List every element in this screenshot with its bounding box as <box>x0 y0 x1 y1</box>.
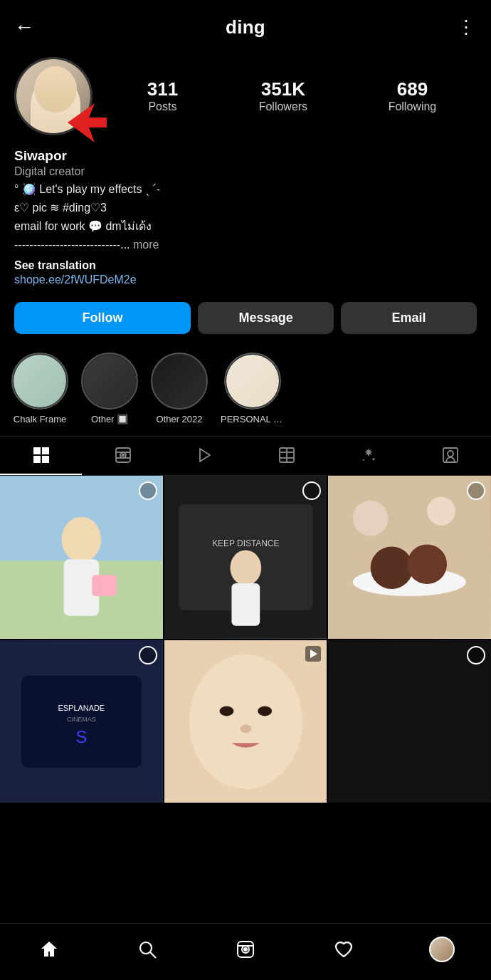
posts-count: 311 <box>147 79 178 100</box>
action-buttons: Follow Message Email <box>0 293 491 345</box>
bio-line-1: ° 🪩 Let's play my effects ˎˊ˗ <box>14 181 477 198</box>
svg-point-19 <box>61 517 101 563</box>
svg-text:CINEMAS: CINEMAS <box>67 716 96 723</box>
profile-header: 311 Posts 351K Followers 689 Following <box>0 50 491 145</box>
video-icon-5 <box>305 646 321 664</box>
nav-profile[interactable] <box>424 932 460 967</box>
following-label: Following <box>389 100 437 113</box>
svg-rect-26 <box>231 583 260 626</box>
svg-text:ESPLANADE: ESPLANADE <box>58 704 105 712</box>
svg-text:KEEP DISTANCE: KEEP DISTANCE <box>212 538 279 548</box>
stat-followers[interactable]: 351K Followers <box>259 79 307 114</box>
svg-point-39 <box>189 655 302 789</box>
tab-play[interactable] <box>164 437 246 475</box>
svg-point-7 <box>122 454 124 457</box>
svg-rect-2 <box>42 447 49 454</box>
svg-marker-10 <box>200 449 210 462</box>
grid-cell-6[interactable] <box>328 640 491 803</box>
tab-collab[interactable] <box>246 437 327 475</box>
nav-reels[interactable] <box>228 932 263 967</box>
avatar-wrap[interactable] <box>14 57 93 135</box>
highlight-label-chalk: Chalk Frame <box>14 414 66 424</box>
bio-line-2: ε♡ pic ≋ #ding♡3 <box>14 199 477 217</box>
following-count: 689 <box>397 79 428 100</box>
back-button[interactable]: ← <box>14 16 34 38</box>
svg-point-46 <box>140 942 152 954</box>
svg-rect-45 <box>328 640 491 803</box>
follow-button[interactable]: Follow <box>14 302 191 334</box>
highlight-label-other: Other 🔲 <box>91 414 128 424</box>
posts-label: Posts <box>148 100 176 113</box>
select-icon-4 <box>139 646 157 664</box>
svg-point-16 <box>448 451 453 457</box>
grid-cell-4[interactable]: ESPLANADE CINEMAS S <box>0 640 163 803</box>
bio-line-3: email for work 💬 dmไม่เด้ง <box>14 218 477 235</box>
bio-category: Digital creator <box>14 165 477 178</box>
message-button[interactable]: Message <box>198 302 334 334</box>
grid-cell-1[interactable] <box>0 476 163 639</box>
bio-section: Siwapor Digital creator ° 🪩 Let's play m… <box>0 145 491 293</box>
email-button[interactable]: Email <box>341 302 477 334</box>
photo-grid: KEEP DISTANCE <box>0 476 491 803</box>
svg-point-31 <box>353 501 389 536</box>
nav-home[interactable] <box>31 932 67 967</box>
tab-effects[interactable] <box>327 437 409 475</box>
top-nav: ← ding ⋮ <box>0 0 491 50</box>
svg-point-30 <box>408 544 448 584</box>
tab-tagged[interactable] <box>409 437 491 475</box>
svg-rect-21 <box>92 575 117 596</box>
tab-bar <box>0 436 491 476</box>
stat-posts[interactable]: 311 Posts <box>147 79 178 114</box>
bio-link[interactable]: shope.ee/2fWUFDeM2e <box>14 273 477 286</box>
followers-count: 351K <box>261 79 305 100</box>
bio-more[interactable]: more <box>133 239 159 251</box>
highlight-chalk-frame[interactable]: Chalk Frame <box>11 353 68 424</box>
see-translation[interactable]: See translation <box>14 259 477 272</box>
highlight-circle-other2022 <box>151 353 208 410</box>
more-button[interactable]: ⋮ <box>457 16 477 38</box>
red-arrow-icon <box>68 103 107 142</box>
svg-point-41 <box>258 706 272 716</box>
svg-rect-1 <box>33 447 41 454</box>
select-icon-6 <box>467 646 485 664</box>
grid-cell-5[interactable] <box>164 640 327 803</box>
svg-line-47 <box>150 952 156 958</box>
highlight-circle-chalk <box>11 353 68 410</box>
svg-point-50 <box>244 948 247 951</box>
svg-marker-0 <box>68 103 107 142</box>
highlight-other[interactable]: Other 🔲 <box>81 353 138 424</box>
highlights-row: Chalk Frame Other 🔲 Other 2022 PERSONAL … <box>0 345 491 436</box>
svg-point-25 <box>230 550 261 585</box>
svg-point-29 <box>371 546 413 589</box>
select-icon-1 <box>139 481 157 500</box>
stat-following[interactable]: 689 Following <box>389 79 437 114</box>
svg-point-42 <box>240 724 251 733</box>
highlight-circle-personal <box>224 353 281 410</box>
svg-text:S: S <box>75 727 87 746</box>
svg-point-40 <box>219 706 233 716</box>
svg-point-32 <box>428 497 456 526</box>
grid-cell-2[interactable]: KEEP DISTANCE <box>164 476 327 639</box>
tab-reels-feed[interactable] <box>82 437 164 475</box>
nav-search[interactable] <box>130 932 165 967</box>
highlight-label-other2022: Other 2022 <box>156 414 202 424</box>
display-name: Siwapor <box>14 148 477 164</box>
select-icon-3 <box>467 481 485 500</box>
highlight-label-personal: PERSONAL C... <box>221 414 285 424</box>
svg-rect-15 <box>443 448 458 462</box>
svg-rect-3 <box>33 456 41 463</box>
nav-likes[interactable] <box>326 932 361 967</box>
highlight-other2022[interactable]: Other 2022 <box>151 353 208 424</box>
followers-label: Followers <box>259 100 307 113</box>
highlight-circle-other <box>81 353 138 410</box>
bio-line-4: ----------------------------... more <box>14 236 477 254</box>
grid-cell-3[interactable] <box>328 476 491 639</box>
nav-username: ding <box>226 16 265 38</box>
highlight-personal[interactable]: PERSONAL C... <box>221 353 285 424</box>
stats-row: 311 Posts 351K Followers 689 Following <box>107 79 477 114</box>
tab-grid[interactable] <box>0 437 82 475</box>
svg-rect-4 <box>42 456 49 463</box>
bottom-nav <box>0 923 491 980</box>
